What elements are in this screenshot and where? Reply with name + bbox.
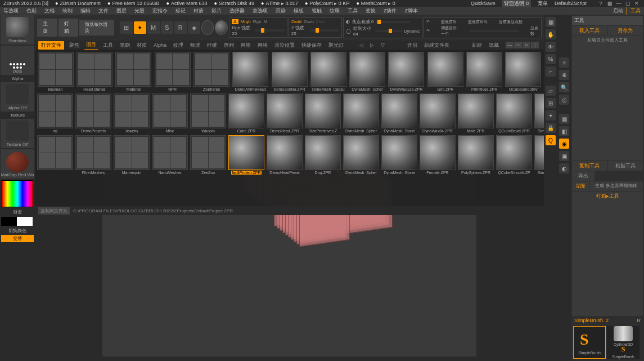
clone-btn[interactable]: 克隆 — [572, 181, 589, 191]
lightbox-item[interactable]: Dog.ZPR — [305, 135, 341, 175]
eye-icon[interactable]: 👁 — [546, 42, 556, 52]
make-polymesh-btn[interactable]: 生成 多边形网格物体 — [589, 181, 643, 191]
menu-item[interactable]: 选择器 — [229, 7, 245, 15]
menu-item[interactable]: 宏指令 — [152, 7, 168, 15]
menu-item[interactable]: 渲染 — [276, 7, 286, 15]
nav-down-icon[interactable]: ▽ — [379, 42, 386, 48]
persp-icon[interactable]: ▱ — [546, 86, 556, 96]
tool-slot-1[interactable]: S SimpleBrush — [573, 326, 606, 359]
lightbox-item[interactable]: Sim_HeadCover. — [534, 135, 544, 175]
menu-item[interactable]: 纹理 — [330, 7, 340, 15]
lightbox-item[interactable]: faultProject.ZPR — [228, 135, 264, 175]
home-btn[interactable]: 主页 — [37, 19, 57, 37]
a-flag[interactable]: A — [232, 19, 238, 24]
brush-preview-circle[interactable] — [215, 20, 228, 35]
lightbox-item[interactable]: Mannequin — [114, 135, 150, 175]
import-btn[interactable]: 从项目文件载入工具 — [572, 36, 643, 161]
saveas-btn[interactable]: 另存为 — [608, 26, 643, 35]
brush-size-circle[interactable] — [201, 20, 214, 35]
menu-item[interactable]: 工具 — [348, 7, 358, 15]
menu-start[interactable]: 启动 — [613, 7, 623, 15]
lb-tab[interactable]: 聚光灯 — [327, 41, 345, 50]
menu-toggle[interactable]: 菜单 — [538, 0, 548, 7]
transp-icon[interactable]: ◧ — [559, 126, 569, 136]
rgb-btn[interactable]: Rgb — [253, 19, 262, 24]
lightbox-item[interactable]: Primitives.ZPR — [466, 52, 502, 91]
lb-tab[interactable]: 快捷保存 — [300, 41, 323, 50]
menu-item[interactable]: 图层 — [116, 7, 127, 15]
load-tool-btn[interactable]: 载入工具 — [572, 26, 607, 35]
lightbox-item[interactable]: Boolean — [37, 52, 74, 91]
copy-to-folder-btn[interactable]: 复制到文件夹 — [38, 207, 70, 215]
menu-item[interactable]: 变换 — [366, 7, 376, 15]
swatch-white[interactable] — [17, 217, 33, 226]
open-file-btn[interactable]: 打开文件 — [38, 41, 64, 50]
lightbox-item[interactable]: Grid.ZPR — [427, 52, 463, 91]
lightbox-tool-btn[interactable]: 灯箱▸工具 — [572, 191, 643, 316]
lightbox-item[interactable]: Misc — [152, 93, 188, 133]
menu-item[interactable]: 编辑 — [80, 7, 91, 15]
lightbox-item[interactable]: DynaMesh_Stone — [381, 135, 417, 175]
menu-item[interactable]: 笔触 — [312, 7, 322, 15]
xpose-icon[interactable]: ❋ — [559, 70, 569, 80]
draw-icon[interactable]: ✦ — [134, 21, 146, 34]
lb-tab[interactable]: 工具 — [101, 41, 115, 50]
lb-tab[interactable]: 网络 — [256, 41, 269, 50]
lightbox-item[interactable]: DynaMesh_Spher — [343, 135, 379, 175]
dynamic-label[interactable]: Dynamic — [404, 29, 420, 33]
paste-tool-btn[interactable]: 粘贴工具 — [608, 161, 643, 171]
active-shelf-icon[interactable]: Q — [546, 135, 556, 145]
lock-icon[interactable]: 🔒 — [546, 123, 556, 133]
tool-panel-header[interactable]: 工具 — [572, 16, 643, 25]
view-single-icon[interactable]: ― — [506, 42, 514, 48]
lightbox-item[interactable]: PolySphere.ZPR — [458, 135, 494, 175]
lb-tab[interactable]: 纤维 — [205, 41, 219, 50]
r-flag[interactable]: R — [637, 318, 641, 323]
sculptris-icon[interactable]: ⊞ — [120, 21, 133, 34]
lightbox-item[interactable]: DynaWax128.ZPR — [388, 52, 425, 91]
quicksave-btn[interactable]: QuickSave — [471, 1, 496, 6]
menu-item[interactable]: 等选项 — [3, 7, 19, 15]
lightbox-item[interactable]: Male.ZPR — [458, 93, 494, 133]
stroke-tile[interactable]: Dots — [1, 46, 34, 75]
lb-tab[interactable]: 笔刷 — [118, 41, 132, 50]
view-grid-icon[interactable]: ⋮ — [531, 42, 539, 48]
menu-item[interactable]: Z脚本 — [405, 7, 418, 15]
menu-item[interactable]: 文件 — [98, 7, 109, 15]
brush-tile[interactable]: Standard — [1, 15, 34, 44]
lb-tab[interactable]: 隐藏 — [487, 41, 501, 50]
texture-tile[interactable]: Texture Off — [1, 119, 34, 148]
lightbox-item[interactable]: Wacom — [190, 93, 226, 133]
gradient-label[interactable]: 渐变 — [0, 208, 35, 216]
nav-next-icon[interactable]: ▷ — [368, 42, 376, 48]
lb-tab[interactable]: 网格 — [239, 41, 253, 50]
subtool-icon[interactable]: ▦ — [546, 17, 556, 27]
corner-icon[interactable]: ⌐ — [546, 66, 556, 77]
focal-slider[interactable] — [376, 21, 410, 23]
window-grid-icon[interactable]: ▦ — [606, 1, 614, 6]
lightbox-item[interactable]: NPR — [154, 52, 191, 91]
lightbox-item[interactable]: QCubeSmooth.ZP — [496, 135, 532, 175]
lightbox-item[interactable]: DynaMesh_Capsu — [310, 52, 346, 91]
hand-icon[interactable]: ✋ — [546, 29, 556, 39]
lightbox-item[interactable]: FiberMeshes — [75, 135, 111, 175]
zadd-btn[interactable]: Zadd — [291, 19, 301, 24]
help-icon[interactable]: ? — [597, 1, 605, 6]
rgb-intensity-slider[interactable] — [255, 29, 285, 32]
ghost-icon[interactable]: ◉ — [559, 139, 569, 149]
preview-bool-btn[interactable]: 预览布尔渲染 — [79, 20, 114, 35]
lb-tab[interactable]: 材质 — [135, 41, 148, 50]
menu-item[interactable]: 材质 — [193, 7, 204, 15]
lb-tab[interactable]: 新建文件夹 — [422, 41, 451, 50]
lightbox-item[interactable]: DynaWax64.ZPR — [420, 93, 456, 133]
lightbox-item[interactable]: DemoProjects — [75, 93, 111, 133]
menu-item[interactable]: 色彩 — [26, 7, 37, 15]
lightbox-item[interactable]: QCubeSmoothV — [505, 52, 542, 91]
close-icon[interactable]: ✕ — [633, 1, 641, 6]
tool-slot-2[interactable]: Cylinder3D S SimpleBrush — [607, 326, 640, 359]
minimize-icon[interactable]: ― — [615, 1, 623, 6]
menu-item[interactable]: 标记 — [175, 7, 186, 15]
swap-color-btn[interactable]: 交替 — [1, 235, 34, 242]
z-intensity-slider[interactable] — [310, 29, 339, 32]
lightbox-item[interactable]: DynaMesh_Stone — [381, 93, 417, 133]
